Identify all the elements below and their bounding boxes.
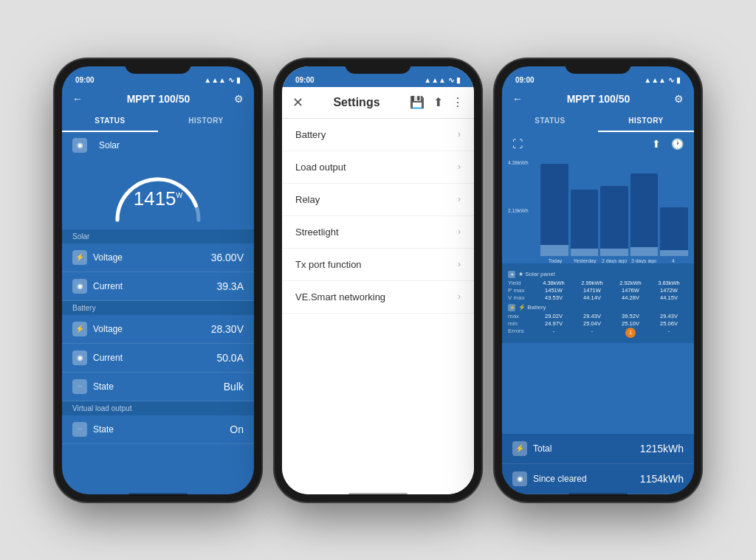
voltage-value-battery: 28.30V (211, 323, 244, 335)
notch-2 (345, 59, 411, 74)
state-label-battery: State (93, 381, 224, 392)
settings-item-relay[interactable]: Relay › (282, 184, 474, 216)
settings-item-vesmart-label: VE.Smart networking (295, 291, 385, 303)
vmax-3days: 44.15V (650, 294, 688, 301)
settings-item-tx-label: Tx port function (295, 259, 362, 270)
bar-3days (630, 160, 659, 256)
gear-icon-3[interactable]: ⚙ (674, 93, 684, 105)
share-icon-history[interactable]: ⬆ (652, 138, 661, 150)
bar-2days (600, 160, 628, 256)
yield-2days: 2.92kWh (611, 280, 650, 286)
bar-today-dark (540, 164, 568, 245)
bar-2days-light (600, 249, 628, 256)
settings-item-tx-port[interactable]: Tx port function › (282, 249, 474, 281)
settings-item-vesmart[interactable]: VE.Smart networking › (282, 281, 474, 314)
time-3: 09:00 (515, 76, 535, 84)
close-icon[interactable]: ✕ (292, 94, 303, 111)
tabs-3: STATUS HISTORY (502, 111, 694, 132)
stats-table: ★ ★ Solar panel Yield 4.38kWh 2.99kWh 2.… (502, 263, 694, 343)
gear-icon-1[interactable]: ⚙ (234, 93, 244, 105)
pmax-label: P max (508, 287, 535, 294)
error-yesterday: - (573, 328, 611, 338)
settings-item-battery[interactable]: Battery › (282, 119, 474, 151)
chevron-tx-icon: › (458, 259, 461, 269)
since-icon: ◉ (512, 471, 527, 486)
bar-yesterday-dark (571, 190, 599, 249)
since-value: 1154kWh (640, 473, 684, 485)
settings-item-relay-label: Relay (295, 194, 320, 205)
settings-title: Settings (333, 96, 379, 109)
data-row-battery-current: ◉ Current 50.0A (62, 344, 254, 373)
home-indicator-2 (348, 493, 408, 496)
current-icon-battery: ◉ (72, 350, 87, 365)
save-icon[interactable]: 💾 (410, 95, 425, 109)
lightning-icon: ⚡ (508, 304, 515, 311)
tab-status-3[interactable]: STATUS (502, 111, 598, 132)
bar-4days-dark (660, 207, 688, 250)
tab-history-1[interactable]: HISTORY (158, 111, 254, 132)
screen-3: 09:00 ▲▲▲ ∿ ▮ ← MPPT 100/50 ⚙ STATUS HIS… (502, 66, 694, 494)
data-row-virtual-state: ··· State On (62, 415, 254, 444)
current-label-battery: Current (93, 353, 216, 363)
chart-area: 4.38kWh 2.19kWh (508, 160, 688, 256)
more-icon[interactable]: ⋮ (452, 95, 464, 109)
tab-status-1[interactable]: STATUS (62, 111, 158, 132)
min-label: min (508, 320, 535, 327)
time-label-2days: 2 days ago (599, 258, 629, 263)
settings-item-load-output[interactable]: Load output › (282, 151, 474, 184)
yield-yesterday: 2.99kWh (573, 280, 611, 286)
current-label-solar: Current (93, 281, 216, 291)
bar-3days-light (630, 247, 659, 256)
battery-icon-3: ▮ (676, 76, 681, 84)
back-icon-3[interactable]: ← (512, 93, 523, 105)
vmax-label: V max (508, 294, 535, 301)
notch-1 (125, 59, 191, 74)
star-icon: ★ (508, 271, 515, 278)
screen-2: 09:00 ▲▲▲ ∿ ▮ ✕ Settings 💾 ⬆ ⋮ (282, 66, 474, 494)
state-icon-virtual: ··· (72, 422, 87, 437)
settings-item-streetlight[interactable]: Streetlight › (282, 216, 474, 249)
tab-history-3[interactable]: HISTORY (598, 111, 694, 132)
min-2days: 25.10V (611, 320, 650, 327)
stats-row-min: min 24.97V 25.04V 25.10V 25.06V (508, 320, 688, 327)
share-icon[interactable]: ⬆ (433, 95, 443, 109)
clock-icon[interactable]: 🕐 (671, 138, 684, 150)
bar-4days (660, 160, 688, 256)
data-row-solar-voltage: ⚡ Voltage 36.00V (62, 243, 254, 272)
bar-2days-dark (600, 186, 628, 249)
back-icon-1[interactable]: ← (72, 93, 83, 105)
phone-1: 09:00 ▲▲▲ ∿ ▮ ← MPPT 100/50 ⚙ STATUS HIS… (55, 59, 261, 502)
pmax-2days: 1476W (611, 287, 650, 294)
bar-3days-dark (630, 173, 659, 247)
stats-row-max: max 29.02V 29.43V 39.52V 29.43V (508, 313, 688, 319)
screen-1: 09:00 ▲▲▲ ∿ ▮ ← MPPT 100/50 ⚙ STATUS HIS… (62, 66, 254, 494)
home-indicator-1 (128, 493, 188, 496)
expand-icon[interactable]: ⛶ (512, 138, 523, 150)
data-row-battery-voltage: ⚡ Voltage 28.30V (62, 315, 254, 344)
chart-time-labels: Today Yesterday 2 days ago 3 days ago 4 (508, 258, 688, 263)
data-row-solar-current: ◉ Current 39.3A (62, 272, 254, 301)
app-header-3: ← MPPT 100/50 ⚙ (502, 87, 694, 111)
chevron-relay-icon: › (458, 194, 461, 204)
solar-panel-header: ★ ★ Solar panel (508, 271, 688, 278)
yield-label: Yield (508, 280, 535, 286)
vmax-2days: 44.28V (611, 294, 650, 301)
state-label-virtual: State (93, 424, 230, 435)
error-badge: 1 (625, 328, 636, 338)
error-today: - (535, 328, 573, 338)
gauge-unit-1: w (176, 190, 183, 200)
max-yesterday: 29.43V (573, 313, 611, 319)
battery-icon-1: ▮ (236, 76, 241, 84)
pmax-yesterday: 1471W (573, 287, 611, 294)
signal-icon-3: ▲▲▲ (644, 76, 666, 84)
settings-item-load-label: Load output (295, 162, 346, 173)
settings-item-battery-label: Battery (295, 129, 326, 140)
voltage-label-battery: Voltage (93, 324, 211, 334)
gauge-1: 1415w (106, 165, 210, 224)
bar-yesterday-light (571, 249, 599, 256)
vmax-today: 43.53V (535, 294, 573, 301)
chart-bars (540, 160, 688, 256)
since-label: Since cleared (533, 474, 640, 484)
voltage-label-solar: Voltage (93, 252, 211, 263)
voltage-icon-battery: ⚡ (72, 322, 87, 336)
